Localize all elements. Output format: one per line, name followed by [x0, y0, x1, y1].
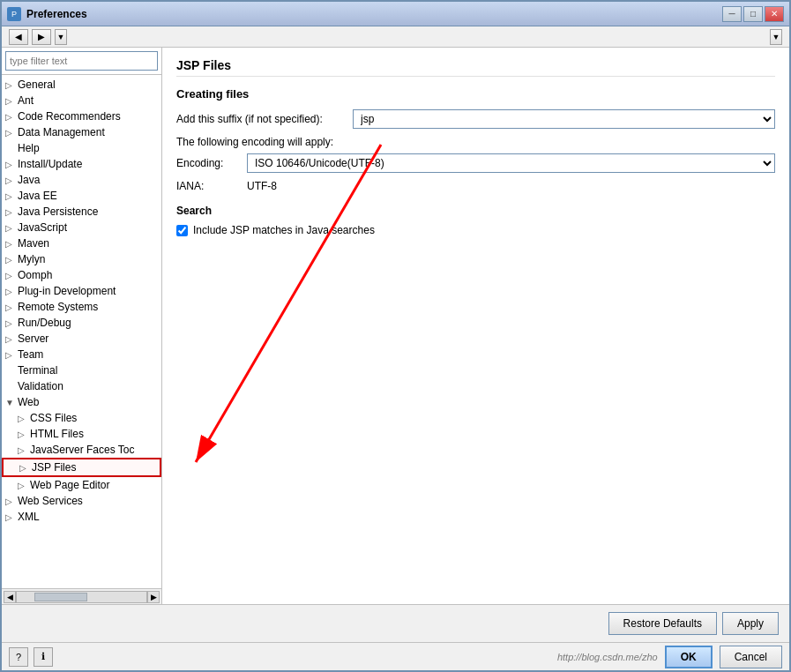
suffix-select[interactable]: jsp — [353, 109, 775, 129]
sidebar-item-team[interactable]: ▷ Team — [2, 347, 161, 362]
expand-arrow: ▷ — [5, 287, 18, 296]
sidebar-item-html-files[interactable]: ▷ HTML Files — [2, 426, 161, 442]
sidebar-item-label: Java Persistence — [18, 205, 158, 218]
sidebar-item-mylyn[interactable]: ▷ Mylyn — [2, 251, 161, 267]
sidebar-item-label: Team — [18, 348, 158, 361]
expand-arrow: ▷ — [5, 271, 18, 280]
sidebar-item-general[interactable]: ▷ General — [2, 77, 161, 93]
expand-arrow: ▷ — [18, 445, 30, 455]
dialog-title: Preferences — [26, 8, 722, 20]
expand-arrow: ▷ — [5, 512, 18, 522]
sidebar-item-label: Data Management — [18, 126, 158, 138]
title-bar: P Preferences ─ □ ✕ — [2, 2, 789, 26]
sidebar-item-label: Help — [18, 142, 158, 154]
sidebar-item-terminal[interactable]: Terminal — [2, 362, 161, 378]
tree-area: ▷ General ▷ Ant ▷ Code Recommenders ▷ Da… — [2, 75, 161, 588]
sidebar-item-java-ee[interactable]: ▷ Java EE — [2, 188, 161, 204]
sidebar-item-server[interactable]: ▷ Server — [2, 331, 161, 347]
window-controls: ─ □ ✕ — [722, 6, 784, 22]
encoding-select[interactable]: ISO 10646/Unicode(UTF-8) UTF-16 US-ASCII… — [247, 153, 775, 173]
sidebar-item-label: Terminal — [18, 364, 158, 377]
sidebar-item-validation[interactable]: Validation — [2, 378, 161, 394]
left-scrollbar[interactable]: ◀ ▶ — [2, 588, 161, 604]
nav-right-dropdown[interactable]: ▼ — [770, 29, 782, 45]
expand-arrow: ▷ — [18, 414, 30, 423]
ok-button[interactable]: OK — [665, 646, 713, 668]
horizontal-scrollbar[interactable] — [16, 591, 147, 603]
iana-value: UTF-8 — [247, 180, 277, 192]
forward-button[interactable]: ▶ — [32, 29, 51, 45]
sidebar-item-label: Plug-in Development — [18, 285, 158, 297]
sidebar-item-java-persistence[interactable]: ▷ Java Persistence — [2, 204, 161, 220]
sidebar-item-label: Run/Debug — [18, 317, 158, 329]
sidebar-item-remote-systems[interactable]: ▷ Remote Systems — [2, 299, 161, 315]
right-panel: JSP Files Creating files Add this suffix… — [162, 48, 789, 604]
expand-arrow: ▷ — [5, 96, 18, 106]
filter-input[interactable] — [5, 51, 158, 71]
sidebar-item-java[interactable]: ▷ Java — [2, 172, 161, 188]
checkbox-label: Include JSP matches in Java searches — [193, 224, 375, 236]
sidebar-item-label: Maven — [18, 237, 158, 250]
sidebar-item-jsp-files[interactable]: ▷ JSP Files — [2, 458, 161, 477]
jsp-search-checkbox[interactable] — [176, 225, 188, 236]
expand-arrow: ▷ — [5, 350, 18, 360]
sidebar-item-run-debug[interactable]: ▷ Run/Debug — [2, 315, 161, 331]
left-panel: ▷ General ▷ Ant ▷ Code Recommenders ▷ Da… — [2, 48, 162, 604]
nav-toolbar: ◀ ▶ ▼ ▼ — [2, 26, 789, 48]
sidebar-item-web[interactable]: ▼ Web — [2, 394, 161, 410]
cancel-button[interactable]: Cancel — [720, 646, 782, 668]
creating-files-title: Creating files — [176, 87, 775, 101]
scroll-left-button[interactable]: ◀ — [4, 591, 16, 603]
scroll-right-button[interactable]: ▶ — [147, 591, 160, 603]
maximize-button[interactable]: □ — [743, 6, 763, 22]
back-button[interactable]: ◀ — [9, 29, 28, 45]
sidebar-item-ant[interactable]: ▷ Ant — [2, 93, 161, 108]
sidebar-item-label: Web — [18, 396, 158, 408]
checkbox-row: Include JSP matches in Java searches — [176, 224, 775, 236]
minimize-button[interactable]: ─ — [722, 6, 742, 22]
footer-right: http://blog.csdn.me/zho OK Cancel — [557, 646, 782, 668]
page-title: JSP Files — [176, 58, 775, 77]
sidebar-item-data-management[interactable]: ▷ Data Management — [2, 124, 161, 140]
sidebar-item-javaserver-faces[interactable]: ▷ JavaServer Faces Toc — [2, 442, 161, 458]
encoding-text: The following encoding will apply: — [176, 136, 775, 148]
expand-arrow: ▷ — [5, 334, 18, 344]
expand-arrow: ▷ — [5, 128, 18, 138]
sidebar-item-label: Java — [18, 174, 158, 186]
sidebar-item-web-page-editor[interactable]: ▷ Web Page Editor — [2, 477, 161, 493]
apply-button[interactable]: Apply — [722, 612, 779, 635]
info-button[interactable]: ℹ — [34, 647, 53, 667]
scroll-thumb[interactable] — [34, 593, 87, 601]
expand-arrow: ▷ — [5, 207, 18, 217]
sidebar-item-web-services[interactable]: ▷ Web Services — [2, 493, 161, 509]
sidebar-item-help[interactable]: Help — [2, 140, 161, 156]
sidebar-item-label: Java EE — [18, 190, 158, 202]
sidebar-item-label: Remote Systems — [18, 301, 158, 313]
expand-arrow: ▷ — [5, 302, 18, 312]
sidebar-item-label: JavaScript — [18, 221, 158, 234]
sidebar-item-label: Validation — [18, 380, 158, 392]
sidebar-item-maven[interactable]: ▷ Maven — [2, 235, 161, 251]
sidebar-item-css-files[interactable]: ▷ CSS Files — [2, 410, 161, 426]
sidebar-item-code-recommenders[interactable]: ▷ Code Recommenders — [2, 108, 161, 124]
sidebar-item-label: Install/Update — [18, 158, 158, 170]
help-button[interactable]: ? — [9, 647, 28, 667]
iana-label: IANA: — [176, 180, 247, 192]
sidebar-item-xml[interactable]: ▷ XML — [2, 509, 161, 525]
sidebar-item-label: Ant — [18, 94, 158, 107]
encoding-row: Encoding: ISO 10646/Unicode(UTF-8) UTF-1… — [176, 153, 775, 173]
sidebar-item-label: Oomph — [18, 269, 158, 281]
bottom-bar: Restore Defaults Apply — [2, 604, 789, 642]
sidebar-item-oomph[interactable]: ▷ Oomph — [2, 267, 161, 283]
sidebar-item-label: Mylyn — [18, 253, 158, 265]
url-text: http://blog.csdn.me/zho — [557, 652, 658, 662]
close-button[interactable]: ✕ — [765, 6, 784, 22]
sidebar-item-label: Server — [18, 332, 158, 345]
sidebar-item-install-update[interactable]: ▷ Install/Update — [2, 156, 161, 172]
nav-dropdown-button[interactable]: ▼ — [55, 29, 67, 45]
sidebar-item-javascript[interactable]: ▷ JavaScript — [2, 220, 161, 235]
restore-defaults-button[interactable]: Restore Defaults — [608, 612, 717, 635]
filter-wrap — [2, 48, 161, 75]
search-section: Search Include JSP matches in Java searc… — [176, 205, 775, 236]
sidebar-item-plugin-development[interactable]: ▷ Plug-in Development — [2, 283, 161, 299]
